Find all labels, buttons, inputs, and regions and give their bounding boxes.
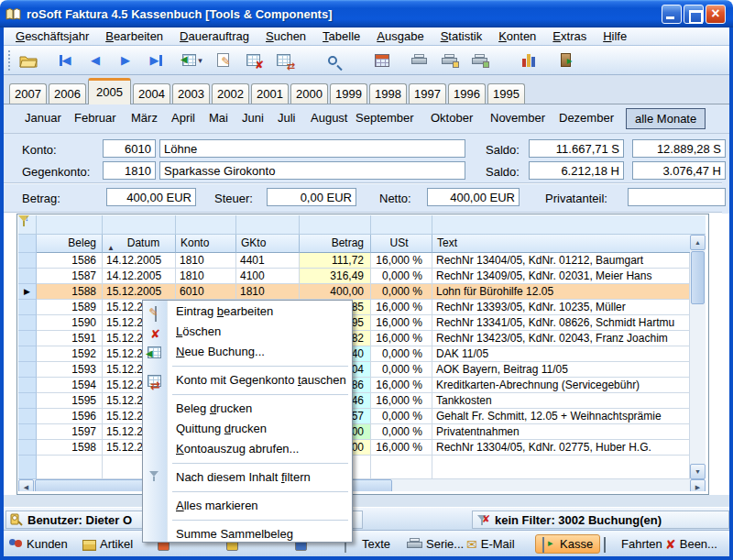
steuer-field[interactable]: [267, 188, 356, 206]
table-row[interactable]: 1594 15.12.2005 ,86 16,000 % Kreditkarte…: [18, 378, 690, 393]
month-tab[interactable]: alle Monate: [626, 108, 706, 129]
month-tab[interactable]: Dezember: [559, 111, 614, 125]
nav-prev-icon[interactable]: ◀: [83, 49, 107, 71]
table-row[interactable]: 1598 15.12.2005 ,00 16,000 % RechNr 1330…: [18, 440, 690, 456]
menu-item-eintrag-bearbeiten[interactable]: ✎ Eintrag bearbeiten: [143, 302, 352, 322]
taskbar-button-kunden[interactable]: Kunden: [9, 534, 68, 554]
taskbar-button-beenden[interactable]: ✘ Been...: [665, 534, 717, 554]
menu-item-konto-tauschen[interactable]: ⇄ Konto mit Gegenkonto tauschen: [143, 370, 352, 390]
table-row[interactable]: 1590 15.12.2005 ,95 16,000 % RechNr 1334…: [18, 315, 690, 331]
edit-record-icon[interactable]: ✎: [211, 49, 235, 71]
menu-item-kontoauszug-abrufen[interactable]: Kontoauszug abrufen...: [143, 439, 352, 459]
gegenkonto-number-field[interactable]: [103, 161, 156, 180]
month-tab[interactable]: November: [490, 111, 545, 125]
month-tab[interactable]: Januar: [25, 111, 61, 125]
print-icon[interactable]: [407, 49, 431, 71]
calendar-icon[interactable]: [370, 49, 394, 71]
year-tab[interactable]: 1996: [448, 83, 486, 104]
table-row[interactable]: 1596 15.12.2005 ,57 0,000 % Gehalt Fr. S…: [18, 409, 690, 424]
menu-item-neue-buchung[interactable]: ◀ Neue Buchung...: [143, 342, 352, 362]
taskbar-button-kasse[interactable]: Kasse: [535, 534, 600, 554]
month-tab[interactable]: Oktober: [431, 111, 473, 125]
year-tab[interactable]: 1997: [409, 83, 446, 104]
taskbar-button-artikel[interactable]: Artikel: [82, 534, 133, 554]
year-tab[interactable]: 2002: [212, 83, 249, 104]
minimize-button[interactable]: [662, 5, 682, 24]
konto-name-field[interactable]: [159, 139, 465, 158]
year-tab[interactable]: 2001: [251, 83, 289, 104]
filter-icon[interactable]: ↓: [18, 215, 37, 235]
year-tab[interactable]: 2006: [49, 83, 86, 104]
table-row[interactable]: 1592 15.12.2005 ,40 0,000 % DAK 11/05: [18, 346, 690, 362]
nav-first-icon[interactable]: ◀: [53, 49, 77, 71]
taskbar-button-serie[interactable]: Serie...: [407, 534, 464, 554]
print-report-icon[interactable]: [467, 49, 491, 71]
header-ust[interactable]: USt: [371, 235, 432, 253]
table-row[interactable]: 1587 14.12.2005 1810 4100 316,49 0,000 %…: [18, 269, 690, 284]
header-gkto[interactable]: GKto: [236, 235, 300, 253]
menu-item[interactable]: Suchen: [257, 27, 314, 45]
year-tab[interactable]: 2007: [9, 83, 47, 104]
scroll-right-icon[interactable]: ▶: [690, 479, 706, 491]
menu-item[interactable]: Konten: [490, 27, 544, 45]
nav-next-icon[interactable]: ▶: [114, 49, 137, 71]
table-row[interactable]: 1589 15.12.2005 ,85 16,000 % RechNr 1339…: [18, 300, 690, 315]
maximize-button[interactable]: [684, 5, 704, 24]
open-file-icon[interactable]: [16, 49, 40, 71]
menu-item-inhalt-filtern[interactable]: Nach diesem Inhalt filtern: [143, 467, 352, 488]
year-tab[interactable]: 2003: [172, 83, 210, 104]
statistics-icon[interactable]: [517, 49, 541, 71]
month-tab[interactable]: September: [356, 111, 414, 125]
nav-last-icon[interactable]: ▶: [144, 49, 168, 71]
scroll-down-icon[interactable]: ▼: [690, 464, 706, 479]
vertical-scroll-thumb[interactable]: [691, 251, 705, 304]
new-record-dropdown-icon[interactable]: ▾: [198, 56, 202, 65]
delete-record-icon[interactable]: ✘: [241, 49, 265, 71]
exit-icon[interactable]: [553, 49, 577, 71]
header-datum[interactable]: ▲Datum: [103, 235, 176, 253]
menu-item-alles-markieren[interactable]: Alles markieren: [143, 496, 352, 516]
menu-item[interactable]: Geschäftsjahr: [7, 27, 97, 45]
netto-field[interactable]: [427, 188, 520, 206]
print-list-icon[interactable]: [437, 49, 461, 71]
year-tab[interactable]: 1999: [330, 83, 367, 104]
month-tab[interactable]: Februar: [74, 111, 116, 125]
table-row[interactable]: 1593 15.12.2005 ,04 0,000 % AOK Bayern, …: [18, 362, 690, 378]
menu-item-summe-sammelbeleg[interactable]: Summe Sammelbeleg: [143, 524, 352, 544]
privatanteil-field[interactable]: [628, 188, 726, 206]
konto-number-field[interactable]: [103, 139, 156, 158]
year-tab[interactable]: 2000: [290, 83, 328, 104]
menu-item[interactable]: Statistik: [432, 27, 491, 45]
year-tab[interactable]: 1998: [369, 83, 407, 104]
header-text[interactable]: Text: [432, 235, 690, 253]
menu-item[interactable]: Extras: [544, 27, 595, 45]
search-icon[interactable]: [321, 49, 345, 71]
table-row[interactable]: 1597 15.12.2005 ,00 0,000 % Privatentnah…: [18, 424, 690, 440]
scroll-up-icon[interactable]: ▲: [690, 235, 706, 250]
table-row[interactable]: 1591 15.12.2005 ,82 16,000 % RechNr 1342…: [18, 331, 690, 346]
taskbar-button-fahrten[interactable]: Fahrten: [604, 534, 662, 554]
month-tab[interactable]: Juni: [242, 111, 264, 125]
toolbar-grip[interactable]: [8, 50, 10, 71]
menu-item-loeschen[interactable]: ✘ Löschen: [143, 322, 352, 342]
header-beleg[interactable]: Beleg: [37, 235, 103, 253]
month-tab[interactable]: Mai: [209, 111, 228, 125]
table-row[interactable]: 1588 15.12.2005 6010 1810 400,00 0,000 %…: [18, 284, 690, 300]
header-betrag[interactable]: Betrag: [300, 235, 371, 253]
table-row[interactable]: 1586 14.12.2005 1810 4401 111,72 16,000 …: [18, 253, 690, 269]
horizontal-scrollbar[interactable]: ◀ ▶: [18, 479, 706, 491]
scroll-left-icon[interactable]: ◀: [18, 479, 34, 491]
menu-item[interactable]: Ausgabe: [368, 27, 432, 45]
swap-accounts-icon[interactable]: ⇄: [271, 49, 295, 71]
month-tab[interactable]: August: [311, 111, 347, 125]
table-row[interactable]: 1595 15.12.2005 ,46 16,000 % Tankkosten: [18, 393, 690, 409]
menu-item[interactable]: Tabelle: [314, 27, 368, 45]
year-tab[interactable]: 2004: [133, 83, 170, 104]
menu-item[interactable]: Hilfe: [595, 27, 635, 45]
menu-item[interactable]: Dauerauftrag: [171, 27, 257, 45]
menu-item-quittung-drucken[interactable]: Quittung drucken: [143, 419, 352, 439]
taskbar-button-email[interactable]: ✉ E-Mail: [466, 534, 515, 554]
close-button[interactable]: [706, 5, 726, 24]
header-konto[interactable]: Konto: [176, 235, 236, 253]
month-tab[interactable]: März: [131, 111, 158, 125]
